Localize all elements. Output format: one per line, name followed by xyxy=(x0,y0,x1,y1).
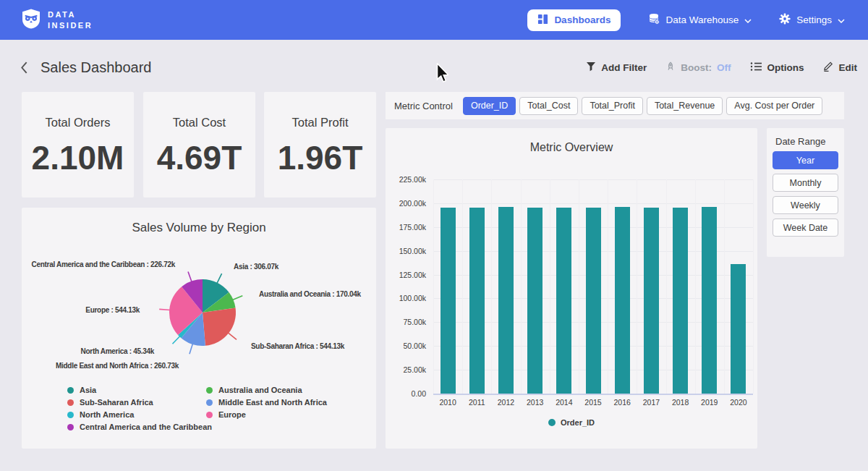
options-button[interactable]: Options xyxy=(750,61,804,74)
pie-label-sub-saharan-africa: Sub-Saharan Africa : 544.13k xyxy=(251,342,345,350)
boost-toggle[interactable]: Boost: Off xyxy=(665,61,731,74)
bar-slot xyxy=(433,179,462,394)
legend-item-central-america-and-the-caribbean[interactable]: Central America and the Caribbean xyxy=(67,423,206,431)
page-title: Sales Dashboard xyxy=(41,59,151,76)
add-filter-button[interactable]: Add Filter xyxy=(586,61,647,74)
legend-dot xyxy=(206,399,213,406)
y-tick-label: 200.00k xyxy=(386,199,426,208)
dashboards-button[interactable]: Dashboards xyxy=(527,9,621,31)
date-range-card: Date Range YearMonthlyWeeklyWeek Date xyxy=(767,128,844,257)
chevron-down-icon xyxy=(744,14,752,25)
pie-label-europe: Europe : 544.13k xyxy=(85,306,140,314)
pie-label-australia-and-oceania: Australia and Oceania : 170.04k xyxy=(259,290,362,298)
data-warehouse-menu[interactable]: Data Warehouse xyxy=(648,13,752,27)
pie-leader-line xyxy=(217,273,222,283)
legend-dot xyxy=(206,412,213,418)
y-tick-label: 125.00k xyxy=(386,271,426,279)
rocket-icon xyxy=(665,61,676,74)
bar-series xyxy=(433,179,753,394)
edit-button[interactable]: Edit xyxy=(823,61,858,74)
x-tick-2016: 2016 xyxy=(608,398,637,407)
x-tick-2020: 2020 xyxy=(724,398,753,407)
metric-option-total-profit[interactable]: Total_Profit xyxy=(582,97,643,115)
kpi-card-total-cost: Total Cost 4.69T xyxy=(143,92,255,198)
metric-option-total-revenue[interactable]: Total_Revenue xyxy=(647,97,723,115)
pie-leader-line xyxy=(190,344,193,354)
legend-dot xyxy=(67,399,74,406)
legend-item-australia-and-oceania[interactable]: Australia and Oceania xyxy=(206,386,327,394)
page-header: Sales Dashboard Add Filter Boost: Off xyxy=(20,55,857,80)
bar-slot xyxy=(637,179,665,394)
bar-2010[interactable] xyxy=(441,208,456,394)
date-range-option-monthly[interactable]: Monthly xyxy=(773,174,838,192)
x-tick-2018: 2018 xyxy=(666,398,695,407)
metric-option-total-cost[interactable]: Total_Cost xyxy=(519,97,578,115)
bar-slot xyxy=(550,179,579,394)
bar-chart-title: Metric Overview xyxy=(386,128,757,154)
date-range-option-week-date[interactable]: Week Date xyxy=(773,218,838,237)
legend-dot xyxy=(67,387,74,394)
chevron-down-icon xyxy=(838,14,845,25)
legend-label: Europe xyxy=(218,410,246,419)
legend-item-asia[interactable]: Asia xyxy=(67,386,206,394)
metric-option-avg-cost-per-order[interactable]: Avg. Cost per Order xyxy=(726,97,822,115)
brand[interactable]: DATA INSIDER xyxy=(22,9,93,32)
kpi-card-total-profit: Total Profit 1.96T xyxy=(264,92,376,198)
legend-label: Central America and the Caribbean xyxy=(80,423,212,431)
legend-item-sub-saharan-africa[interactable]: Sub-Saharan Africa xyxy=(67,398,206,407)
bar-slot xyxy=(579,179,608,394)
date-range-option-year[interactable]: Year xyxy=(773,151,838,169)
bar-2012[interactable] xyxy=(498,207,514,394)
legend-item-europe[interactable]: Europe xyxy=(206,410,327,419)
date-range-option-weekly[interactable]: Weekly xyxy=(773,196,838,214)
legend-item-middle-east-and-north-africa[interactable]: Middle East and North Africa xyxy=(206,398,327,407)
pie-label-asia: Asia : 306.07k xyxy=(234,263,279,271)
pie-label-central-america-and-the-caribbean: Central America and the Caribbean : 226.… xyxy=(32,260,176,268)
metric-control-label: Metric Control xyxy=(394,101,453,111)
bar-2015[interactable] xyxy=(586,208,601,394)
bar-2013[interactable] xyxy=(527,208,542,394)
v-gridline xyxy=(753,179,754,394)
gear-icon xyxy=(779,13,791,27)
pie-leader-line xyxy=(159,309,170,310)
y-tick-label: 75.00k xyxy=(386,318,426,326)
pie-chart-title: Sales Volume by Region xyxy=(22,208,376,235)
bar-2020[interactable] xyxy=(731,264,746,394)
bar-2016[interactable] xyxy=(615,207,630,394)
dashboards-grid-icon xyxy=(537,14,548,27)
x-tick-2010: 2010 xyxy=(433,398,462,407)
settings-label: Settings xyxy=(796,14,832,25)
bar-chart-legend[interactable]: Order_ID xyxy=(386,418,757,427)
x-axis-line xyxy=(433,394,753,395)
bar-2019[interactable] xyxy=(702,207,717,394)
settings-menu[interactable]: Settings xyxy=(779,13,845,27)
y-tick-label: 225.00k xyxy=(386,175,426,184)
y-tick-label: 0.00 xyxy=(386,389,426,398)
bar-slot xyxy=(521,179,550,394)
bar-slot xyxy=(724,179,753,394)
legend-dot xyxy=(67,424,74,430)
pie-leader-line xyxy=(232,296,242,300)
legend-item-north-america[interactable]: North America xyxy=(67,410,206,419)
edit-pencil-icon xyxy=(823,61,834,74)
bar-slot xyxy=(462,179,491,394)
bar-slot xyxy=(608,179,637,394)
legend-label: Australia and Oceania xyxy=(218,386,302,394)
bar-2018[interactable] xyxy=(673,208,688,394)
metric-option-order-id[interactable]: Order_ID xyxy=(463,97,516,115)
legend-dot xyxy=(548,419,556,426)
pie-leader-line xyxy=(228,333,237,339)
bar-x-axis: 2010201120122013201420152016201720182019… xyxy=(433,398,753,407)
pie-legend: AsiaSub-Saharan AfricaNorth AmericaCentr… xyxy=(67,386,327,431)
pie-label-middle-east-and-north-africa: Middle East and North Africa : 260.73k xyxy=(56,362,179,370)
legend-label: North America xyxy=(80,410,134,419)
kpi-card-total-orders: Total Orders 2.10M xyxy=(22,92,134,198)
bar-2014[interactable] xyxy=(556,208,571,394)
back-button[interactable] xyxy=(20,61,28,75)
metric-control-bar: Metric Control Order_IDTotal_CostTotal_P… xyxy=(386,92,844,119)
pie-slice-sub-saharan-africa[interactable] xyxy=(203,307,236,345)
bar-2017[interactable] xyxy=(644,208,659,394)
bar-2011[interactable] xyxy=(469,208,485,394)
kpi-label: Total Profit xyxy=(292,116,349,130)
legend-dot xyxy=(206,387,213,394)
